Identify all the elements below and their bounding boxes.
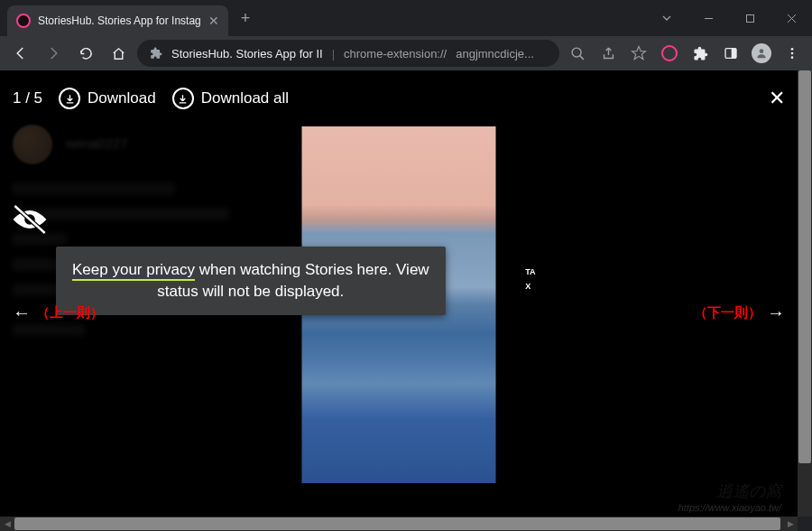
badge: TA: [521, 266, 539, 277]
tab-close-icon[interactable]: ✕: [208, 14, 219, 28]
scroll-left-icon[interactable]: ◀: [0, 517, 14, 531]
opera-icon[interactable]: [657, 41, 682, 66]
download-label: Download: [88, 89, 156, 107]
story-badges: TA X: [521, 266, 539, 292]
tooltip-text-1: when watching Stories here. View: [195, 261, 429, 278]
user-avatar: [13, 125, 52, 164]
address-bar[interactable]: StoriesHub. Stories App for II | chrome-…: [137, 40, 559, 67]
tab-title: StoriesHub. Stories App for Instag: [38, 14, 201, 27]
maximize-button[interactable]: [729, 0, 770, 36]
url-path: angjmncdicje...: [456, 47, 534, 61]
new-tab-button[interactable]: +: [241, 9, 251, 28]
reload-button[interactable]: [72, 40, 99, 67]
svg-rect-3: [732, 49, 736, 59]
privacy-notice: Keep your privacy when watching Stories …: [7, 200, 446, 315]
horizontal-scrollbar[interactable]: ◀ ▶: [0, 517, 798, 531]
svg-point-5: [791, 48, 794, 51]
browser-toolbar: StoriesHub. Stories App for II | chrome-…: [0, 36, 812, 70]
download-all-label: Download all: [201, 89, 289, 107]
svg-point-1: [572, 48, 581, 57]
forward-button[interactable]: [40, 40, 67, 67]
next-label: （下一則）: [694, 304, 761, 321]
story-counter: 1 / 5: [13, 89, 42, 107]
scrollbar-thumb[interactable]: [14, 517, 780, 530]
download-all-button[interactable]: Download all: [172, 88, 289, 109]
url-title: StoriesHub. Stories App for II: [171, 47, 323, 61]
vertical-scrollbar[interactable]: [798, 70, 812, 517]
privacy-tooltip: Keep your privacy when watching Stories …: [56, 247, 446, 315]
watermark: 逍遙の窩 https://www.xiaoyao.tw/: [678, 480, 781, 513]
tooltip-highlight: Keep your privacy: [72, 261, 195, 281]
scrollbar-thumb[interactable]: [798, 70, 811, 463]
dropdown-icon[interactable]: [646, 0, 687, 36]
close-viewer-button[interactable]: ✕: [769, 87, 785, 110]
scroll-right-icon[interactable]: ▶: [783, 517, 798, 531]
extensions-icon[interactable]: [687, 41, 713, 66]
share-icon[interactable]: [595, 41, 621, 66]
close-window-button[interactable]: [770, 0, 812, 36]
badge: X: [521, 281, 539, 292]
scrollbar-corner: [798, 517, 812, 531]
zoom-icon[interactable]: [565, 41, 590, 66]
extension-icon: [150, 47, 162, 60]
window-controls: [646, 0, 812, 36]
url-separator: |: [332, 47, 335, 61]
svg-rect-0: [746, 14, 753, 22]
viewer-topbar: 1 / 5 Download Download all ✕: [13, 87, 785, 110]
watermark-url: https://www.xiaoyao.tw/: [678, 502, 781, 513]
profile-avatar[interactable]: [749, 41, 774, 66]
story-viewer: seina0227 1 / 5 Download Download all ✕ …: [0, 70, 798, 517]
svg-point-7: [791, 56, 794, 59]
download-all-icon: [172, 88, 194, 109]
prev-label: （上一則）: [36, 304, 104, 321]
download-button[interactable]: Download: [59, 88, 156, 109]
url-protocol: chrome-extension://: [344, 47, 447, 61]
back-button[interactable]: [7, 40, 34, 67]
eye-off-icon: [7, 201, 52, 238]
minimize-button[interactable]: [687, 0, 729, 36]
watermark-logo: 逍遙の窩: [678, 480, 781, 502]
username: seina0227: [65, 135, 127, 151]
window-titlebar: StoriesHub. Stories App for Instag ✕ +: [0, 0, 812, 36]
menu-icon[interactable]: [780, 41, 805, 66]
svg-point-4: [760, 49, 764, 53]
download-icon: [59, 88, 80, 109]
sidepanel-icon[interactable]: [718, 41, 743, 66]
prev-story-button[interactable]: ← （上一則）: [13, 303, 104, 323]
svg-point-6: [791, 52, 794, 55]
tooltip-text-2: status will not be displayed.: [157, 283, 344, 300]
arrow-left-icon: ←: [13, 303, 31, 323]
home-button[interactable]: [105, 40, 132, 67]
favicon-icon: [16, 14, 31, 28]
browser-tab[interactable]: StoriesHub. Stories App for Instag ✕: [7, 5, 228, 36]
arrow-right-icon: →: [767, 303, 785, 323]
bookmark-icon[interactable]: [626, 41, 651, 66]
next-story-button[interactable]: （下一則） →: [694, 303, 785, 323]
